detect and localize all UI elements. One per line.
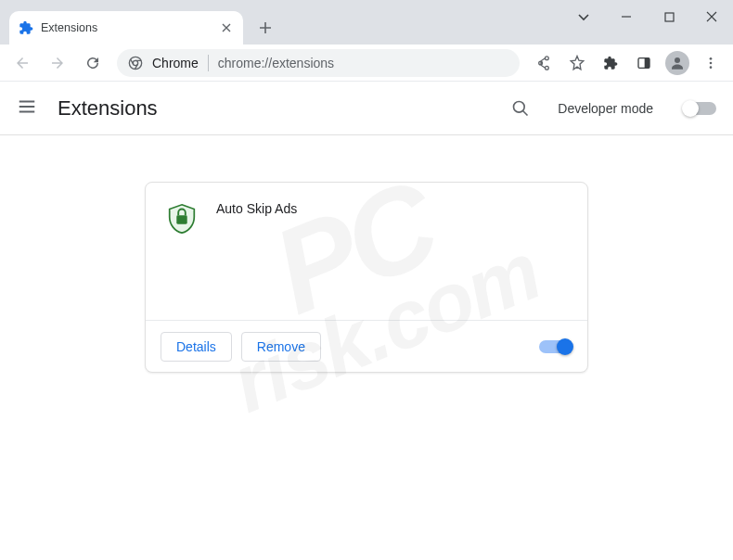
browser-tab[interactable]: Extensions (9, 11, 243, 45)
toolbar-icons (529, 48, 726, 78)
extension-name: Auto Skip Ads (216, 201, 297, 216)
svg-point-7 (710, 61, 713, 64)
search-button[interactable] (504, 92, 537, 125)
profile-button[interactable] (662, 48, 692, 78)
browser-title-bar: Extensions (0, 0, 733, 45)
svg-point-8 (710, 66, 713, 69)
maximize-button[interactable] (648, 2, 690, 32)
developer-mode-toggle[interactable] (683, 102, 716, 115)
svg-rect-10 (176, 215, 186, 224)
forward-button[interactable] (43, 48, 72, 78)
address-bar-row: Chrome chrome://extensions (0, 45, 733, 82)
svg-rect-0 (665, 13, 674, 21)
menu-icon[interactable] (17, 96, 37, 121)
extensions-header: Extensions Developer mode (0, 82, 733, 135)
omnibox-prefix: Chrome (152, 56, 199, 70)
extension-card-body: Auto Skip Ads (146, 183, 587, 320)
details-button[interactable]: Details (161, 332, 232, 362)
extensions-content: Auto Skip Ads Details Remove (0, 135, 733, 373)
puzzle-icon (19, 20, 33, 35)
extension-toggle[interactable] (539, 340, 572, 353)
address-bar[interactable]: Chrome chrome://extensions (117, 49, 520, 77)
svg-point-6 (710, 57, 713, 60)
extension-info: Auto Skip Ads (216, 201, 297, 320)
chrome-icon (128, 56, 143, 70)
menu-button[interactable] (696, 48, 726, 78)
extension-card: Auto Skip Ads Details Remove (145, 182, 588, 373)
share-button[interactable] (529, 48, 559, 78)
window-controls (562, 0, 733, 33)
minimize-button[interactable] (605, 2, 648, 32)
extension-card-footer: Details Remove (146, 320, 587, 372)
bookmark-button[interactable] (562, 48, 592, 78)
svg-point-9 (514, 101, 525, 112)
reload-button[interactable] (78, 48, 108, 78)
close-window-button[interactable] (690, 2, 733, 32)
remove-button[interactable]: Remove (241, 332, 321, 362)
avatar-icon (665, 51, 689, 75)
page-title: Extensions (58, 96, 483, 121)
new-tab-button[interactable] (252, 15, 278, 41)
close-icon[interactable] (219, 20, 234, 35)
svg-point-5 (675, 57, 680, 63)
omnibox-separator (208, 55, 209, 71)
back-button[interactable] (7, 48, 37, 78)
developer-mode-label: Developer mode (558, 101, 653, 116)
omnibox-url: chrome://extensions (218, 56, 334, 70)
svg-rect-4 (645, 57, 649, 68)
extensions-button[interactable] (596, 48, 625, 78)
tab-title: Extensions (41, 21, 212, 34)
sidepanel-button[interactable] (629, 48, 659, 78)
tab-search-button[interactable] (562, 2, 605, 32)
shield-icon (164, 201, 199, 236)
